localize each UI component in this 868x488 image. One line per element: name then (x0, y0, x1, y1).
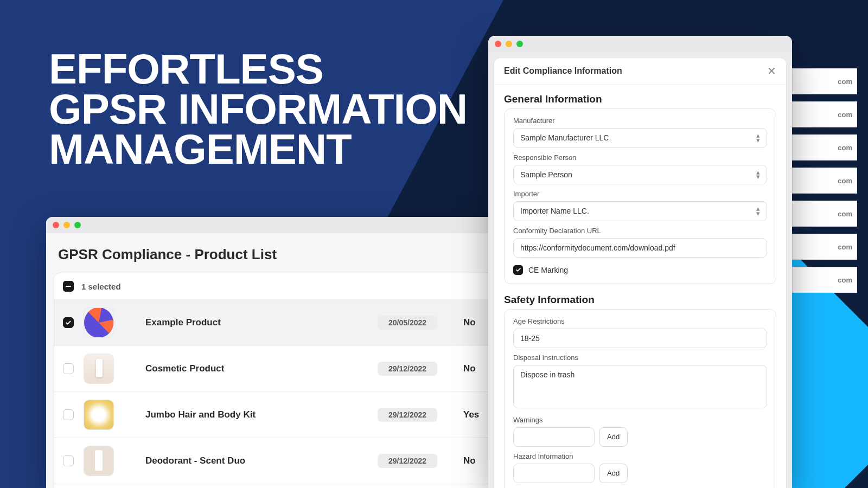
row-checkbox[interactable] (63, 409, 74, 420)
ce-marking-label: CE Marking (528, 266, 568, 274)
importer-select[interactable]: Importer Name LLC. ▴▾ (513, 201, 767, 221)
product-thumbnail (84, 446, 114, 476)
headline-line: GPSR INFORMATION (49, 89, 467, 129)
select-value: Sample Person (520, 170, 572, 179)
safety-info-block: Age Restrictions Disposal Instructions W… (504, 309, 776, 488)
traffic-light-close-icon[interactable] (495, 41, 501, 47)
product-name: Example Product (124, 317, 368, 328)
chevron-updown-icon: ▴▾ (756, 133, 760, 143)
general-info-block: Manufacturer Sample Manufacturer LLC. ▴▾… (504, 108, 776, 284)
manufacturer-select[interactable]: Sample Manufacturer LLC. ▴▾ (513, 128, 767, 148)
table-row[interactable]: Example Product 20/05/2022 No (54, 300, 515, 346)
warnings-add-button[interactable]: Add (599, 427, 628, 447)
responsible-label: Responsible Person (513, 153, 767, 162)
titlebar (488, 36, 792, 52)
age-restrictions-input[interactable] (513, 329, 767, 348)
conformity-label: Conformity Declaration URL (513, 227, 767, 235)
disposal-label: Disposal Instructions (513, 354, 767, 362)
traffic-light-min-icon[interactable] (63, 222, 70, 228)
select-value: Importer Name LLC. (520, 207, 589, 215)
modal-title: Edit Compliance Information (504, 66, 622, 76)
traffic-light-max-icon[interactable] (74, 222, 81, 228)
bg-row-peek: com (792, 68, 857, 94)
select-value: Sample Manufacturer LLC. (520, 133, 611, 142)
close-icon[interactable]: ✕ (767, 66, 776, 76)
bg-row-peek: com (792, 234, 857, 260)
product-name: Jumbo Hair and Body Kit (124, 409, 368, 420)
hazard-label: Hazard Information (513, 452, 767, 460)
bg-row-peek: com (792, 267, 857, 293)
bg-row-peek: com (792, 134, 857, 160)
bg-row-peek: com (792, 201, 857, 227)
bg-row-peek: com (792, 168, 857, 194)
conformity-url-input[interactable] (513, 238, 767, 258)
edit-compliance-window: Edit Compliance Information ✕ General In… (488, 36, 792, 488)
row-checkbox[interactable] (63, 363, 74, 374)
responsible-select[interactable]: Sample Person ▴▾ (513, 165, 767, 185)
table-row[interactable] (54, 484, 515, 488)
product-date: 29/12/2022 (378, 454, 437, 468)
bg-row-peek: com (792, 101, 857, 127)
row-checkbox[interactable] (63, 317, 74, 328)
product-thumbnail (84, 307, 114, 338)
warnings-label: Warnings (513, 416, 767, 424)
section-safety-heading: Safety Information (504, 294, 776, 306)
ce-marking-checkbox[interactable] (513, 265, 523, 275)
traffic-light-min-icon[interactable] (506, 41, 512, 47)
table-row[interactable]: Cosmetic Product 29/12/2022 No (54, 346, 515, 392)
hazard-add-button[interactable]: Add (599, 464, 628, 483)
product-date: 20/05/2022 (378, 316, 437, 330)
product-thumbnail (84, 354, 114, 384)
product-list-window: GPSR Compliance - Product List 1 selecte… (46, 217, 524, 488)
manufacturer-label: Manufacturer (513, 117, 767, 125)
product-date: 29/12/2022 (378, 408, 437, 422)
list-header: 1 selected (54, 273, 515, 300)
traffic-light-max-icon[interactable] (516, 41, 523, 47)
table-row[interactable]: Jumbo Hair and Body Kit 29/12/2022 Yes (54, 392, 515, 438)
chevron-updown-icon: ▴▾ (756, 170, 760, 179)
titlebar (46, 217, 524, 233)
product-date: 29/12/2022 (378, 362, 437, 376)
disposal-instructions-input[interactable] (513, 365, 767, 408)
headline-line: MANAGEMENT (49, 129, 467, 169)
product-name: Deodorant - Scent Duo (124, 455, 368, 466)
marketing-headline: EFFORTLESS GPSR INFORMATION MANAGEMENT (49, 49, 467, 169)
section-general-heading: General Information (504, 93, 776, 105)
chevron-updown-icon: ▴▾ (756, 207, 760, 216)
selected-count: 1 selected (81, 282, 121, 291)
select-all-checkbox[interactable] (63, 281, 74, 292)
product-name: Cosmetic Product (124, 363, 368, 374)
table-row[interactable]: Deodorant - Scent Duo 29/12/2022 No (54, 438, 515, 484)
product-thumbnail (84, 400, 114, 430)
hazard-input[interactable] (513, 464, 595, 483)
importer-label: Importer (513, 190, 767, 198)
warnings-input[interactable] (513, 427, 595, 447)
headline-line: EFFORTLESS (49, 49, 467, 89)
page-title: GPSR Compliance - Product List (46, 243, 524, 273)
traffic-light-close-icon[interactable] (53, 222, 59, 228)
age-label: Age Restrictions (513, 317, 767, 325)
row-checkbox[interactable] (63, 455, 74, 466)
